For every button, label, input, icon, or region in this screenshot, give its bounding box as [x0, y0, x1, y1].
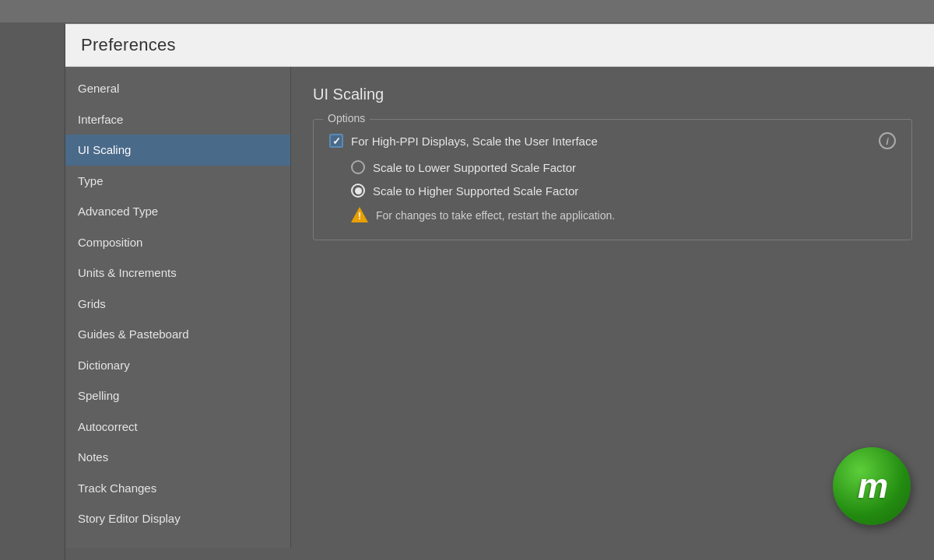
title-bar: Preferences — [65, 24, 934, 67]
radio-higher-label: Scale to Higher Supported Scale Factor — [373, 184, 578, 198]
app-logo: m — [833, 447, 911, 525]
sidebar-item-guides-pasteboard[interactable]: Guides & Pasteboard — [65, 319, 290, 350]
hpi-checkbox-label: For High-PPI Displays, Scale the User In… — [351, 135, 871, 148]
warning-row: For changes to take effect, restart the … — [329, 207, 896, 224]
hpi-checkbox[interactable] — [329, 134, 343, 148]
sidebar-item-autocorrect[interactable]: Autocorrect — [65, 411, 290, 443]
radio-lower-row: Scale to Lower Supported Scale Factor — [329, 160, 896, 174]
sidebar-item-dictionary[interactable]: Dictionary — [65, 350, 290, 381]
options-legend: Options — [323, 112, 370, 124]
main-panel: UI Scaling Options For High-PPI Displays… — [291, 67, 934, 548]
radio-higher[interactable] — [351, 184, 365, 198]
panel-title: UI Scaling — [313, 86, 912, 103]
content-area: GeneralInterfaceUI ScalingTypeAdvanced T… — [65, 67, 934, 548]
sidebar-item-story-editor-display[interactable]: Story Editor Display — [65, 503, 290, 534]
sidebar-item-ui-scaling[interactable]: UI Scaling — [65, 135, 290, 166]
radio-lower[interactable] — [351, 160, 365, 174]
top-bar — [0, 0, 934, 23]
hpi-checkbox-row: For High-PPI Displays, Scale the User In… — [329, 132, 896, 149]
sidebar-item-general[interactable]: General — [65, 73, 290, 104]
sidebar-item-track-changes[interactable]: Track Changes — [65, 473, 290, 504]
preferences-window: Preferences GeneralInterfaceUI ScalingTy… — [65, 23, 934, 560]
radio-higher-row: Scale to Higher Supported Scale Factor — [329, 184, 896, 198]
warning-icon — [351, 207, 368, 224]
info-icon[interactable]: i — [879, 132, 896, 149]
radio-lower-label: Scale to Lower Supported Scale Factor — [373, 161, 576, 174]
options-group: Options For High-PPI Displays, Scale the… — [313, 119, 912, 240]
warning-text: For changes to take effect, restart the … — [376, 209, 615, 222]
sidebar-item-notes[interactable]: Notes — [65, 442, 290, 473]
sidebar-item-advanced-type[interactable]: Advanced Type — [65, 196, 290, 227]
logo-letter: m — [858, 467, 886, 506]
sidebar-item-units-increments[interactable]: Units & Increments — [65, 257, 290, 289]
sidebar-item-spelling[interactable]: Spelling — [65, 380, 290, 411]
sidebar-item-interface[interactable]: Interface — [65, 104, 290, 135]
sidebar-item-grids[interactable]: Grids — [65, 289, 290, 320]
sidebar-item-composition[interactable]: Composition — [65, 227, 290, 258]
logo-circle: m — [833, 447, 911, 525]
window-title: Preferences — [81, 35, 918, 55]
sidebar: GeneralInterfaceUI ScalingTypeAdvanced T… — [65, 67, 291, 548]
sidebar-item-type[interactable]: Type — [65, 166, 290, 197]
